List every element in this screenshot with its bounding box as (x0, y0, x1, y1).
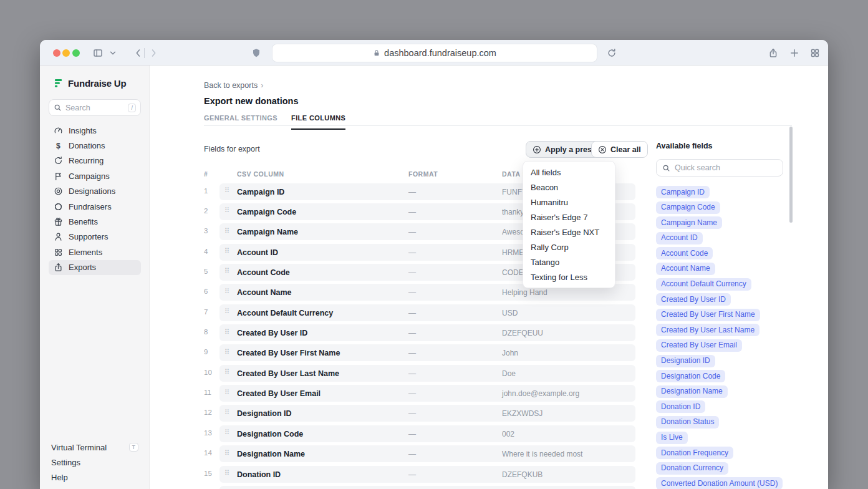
sidebar-item[interactable]: Recurring (49, 153, 141, 168)
available-field-tag[interactable]: Created By User Email (656, 339, 742, 352)
drag-handle-icon[interactable]: ⠿ (224, 206, 229, 215)
target-icon (54, 186, 63, 196)
tab-overview-icon[interactable] (808, 46, 822, 60)
row-number: 14 (204, 449, 212, 457)
format-value: — (408, 389, 416, 398)
sidebar-item-label: Donations (69, 141, 105, 150)
drag-handle-icon[interactable]: ⠿ (224, 469, 229, 477)
available-field-tag[interactable]: Designation Code (656, 370, 725, 382)
sidebar-item[interactable]: Supporters (49, 230, 141, 244)
drag-handle-icon[interactable]: ⠿ (224, 348, 229, 356)
drag-handle-icon[interactable]: ⠿ (224, 288, 229, 296)
csv-column-name: Designation ID (237, 409, 292, 418)
available-field-tag[interactable]: Campaign Name (656, 216, 722, 229)
drag-handle-icon[interactable]: ⠿ (224, 428, 229, 437)
drag-handle-icon[interactable]: ⠿ (224, 328, 229, 336)
drag-handle-icon[interactable]: ⠿ (224, 247, 229, 255)
csv-column-name: Created By User ID (237, 329, 307, 337)
preset-menu-item[interactable]: Beacon (523, 180, 615, 195)
available-field-tag[interactable]: Created By User First Name (656, 309, 760, 321)
drag-handle-icon[interactable]: ⠿ (224, 389, 229, 397)
brand-name: Fundraise Up (68, 78, 126, 89)
brand-logo[interactable]: Fundraise Up (54, 78, 126, 89)
sidebar-item[interactable]: Designations (49, 184, 141, 199)
sidebar-footer-item[interactable]: Settings (49, 455, 141, 470)
sidebar-item[interactable]: Elements (49, 244, 141, 259)
sidebar-item[interactable]: Fundraisers (49, 199, 141, 214)
available-field-tag[interactable]: Created By User ID (656, 293, 731, 306)
preset-menu-item[interactable]: Raiser's Edge 7 (523, 210, 615, 225)
preset-menu-item[interactable]: All fields (523, 165, 615, 180)
data-example: Doe (502, 369, 516, 378)
available-field-tag[interactable]: Designation ID (656, 355, 715, 367)
csv-column-name: Created By User Email (237, 389, 321, 398)
preset-dropdown-menu: All fields Beacon Humanitru Raiser's Edg… (523, 161, 615, 288)
sidebar-item[interactable]: Benefits (49, 214, 141, 229)
drag-handle-icon[interactable]: ⠿ (224, 449, 229, 457)
close-window-button[interactable] (53, 49, 60, 57)
clear-all-button[interactable]: Clear all (591, 141, 648, 158)
available-field-tag[interactable]: Account ID (656, 232, 703, 244)
sidebar-footer-item[interactable]: Help (49, 470, 141, 485)
drag-handle-icon[interactable]: ⠿ (224, 307, 229, 316)
available-field-tag[interactable]: Account Default Currency (656, 278, 751, 291)
clear-all-label: Clear all (610, 145, 641, 154)
chevron-down-icon[interactable] (106, 46, 120, 60)
available-field-tag[interactable]: Account Name (656, 263, 715, 275)
preset-menu-item[interactable]: Tatango (523, 255, 615, 270)
forward-icon[interactable] (147, 46, 160, 60)
available-field-tag[interactable]: Donation Currency (656, 462, 728, 475)
row-bar: ⠿ Created By User Last Name — Doe (219, 365, 635, 382)
preset-menu-item[interactable]: Raiser's Edge NXT (523, 225, 615, 240)
available-field-tag[interactable]: Campaign Code (656, 201, 720, 214)
tab[interactable]: FILE COLUMNS (291, 114, 345, 125)
preset-menu-item[interactable]: Rally Corp (523, 240, 615, 255)
drag-handle-icon[interactable]: ⠿ (224, 368, 229, 376)
breadcrumb-label: Back to exports (204, 81, 258, 90)
sidebar-item[interactable]: Insights (49, 123, 141, 138)
csv-column-name: Account ID (237, 248, 278, 257)
row-bar: ⠿ Donation ID — DZEFQKUB (219, 466, 635, 483)
sidebar-item[interactable]: Campaigns (49, 168, 141, 183)
drag-handle-icon[interactable]: ⠿ (224, 186, 229, 195)
available-field-tag[interactable]: Is Live (656, 432, 688, 444)
csv-column-name: Designation Code (237, 430, 303, 438)
sidebar-footer-item[interactable]: Virtual Terminal T (49, 440, 141, 455)
preset-menu-item[interactable]: Texting for Less (523, 270, 615, 285)
quick-search-input[interactable]: Quick search (656, 159, 783, 177)
search-placeholder: Search (65, 104, 124, 112)
table-row: 10 ⠿ Created By User Last Name — Doe (204, 365, 635, 385)
vertical-scrollbar-thumb[interactable] (789, 127, 793, 223)
available-field-tag[interactable]: Designation Name (656, 385, 728, 398)
sidebar-item[interactable]: Exports (49, 260, 141, 275)
available-field-tag[interactable]: Donation ID (656, 400, 705, 413)
available-field-tag[interactable]: Donation Frequency (656, 447, 733, 459)
available-field-tag[interactable]: Account Code (656, 247, 713, 259)
drag-handle-icon[interactable]: ⠿ (224, 409, 229, 417)
tab[interactable]: GENERAL SETTINGS (204, 114, 277, 125)
zoom-window-button[interactable] (72, 49, 80, 57)
available-field-tag[interactable]: Campaign ID (656, 186, 710, 198)
share-icon[interactable] (766, 46, 780, 60)
minimize-window-button[interactable] (62, 49, 70, 57)
back-icon[interactable] (132, 46, 145, 60)
available-field-tag[interactable]: Donation Status (656, 416, 719, 428)
grid-icon (54, 248, 63, 257)
search-input[interactable]: Search / (49, 99, 141, 116)
shield-icon[interactable] (249, 46, 263, 60)
new-tab-plus-icon[interactable] (788, 46, 801, 60)
address-bar[interactable]: dashboard.fundraiseup.com (272, 44, 597, 62)
reload-icon[interactable] (605, 46, 619, 60)
sidebar-item[interactable]: $ Donations (49, 138, 141, 153)
breadcrumb[interactable]: Back to exports › (204, 81, 263, 90)
available-fields-list: Campaign ID Campaign Code Campaign Name … (656, 186, 783, 489)
chevron-right-icon: › (261, 81, 263, 90)
available-field-tag[interactable]: Created By User Last Name (656, 324, 760, 336)
drag-handle-icon[interactable]: ⠿ (224, 267, 229, 275)
sidebar-item-label: Insights (69, 126, 97, 135)
preset-menu-item[interactable]: Humanitru (523, 195, 615, 210)
row-bar: ⠿ Created By User First Name — John (219, 344, 635, 361)
available-field-tag[interactable]: Converted Donation Amount (USD) (656, 477, 783, 489)
drag-handle-icon[interactable]: ⠿ (224, 227, 229, 235)
sidebar-toggle-icon[interactable] (91, 46, 105, 60)
